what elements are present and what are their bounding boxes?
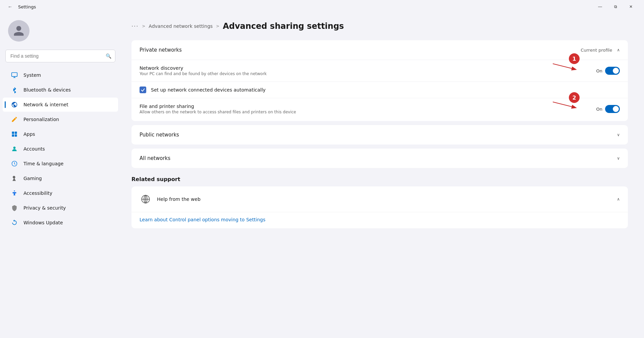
public-networks-chevron: ∨ xyxy=(617,132,620,137)
all-networks-title: All networks xyxy=(140,155,170,161)
sidebar-item-accessibility-label: Accessibility xyxy=(23,190,52,196)
sidebar-item-accounts[interactable]: Accounts xyxy=(3,142,118,156)
breadcrumb-dots: ··· xyxy=(131,23,139,30)
app-title: Settings xyxy=(18,4,36,9)
sidebar-item-system-label: System xyxy=(23,72,41,78)
public-networks-card: Public networks ∨ xyxy=(131,125,628,145)
file-sharing-toggle-label: On xyxy=(596,107,602,112)
auto-setup-label: Set up network connected devices automat… xyxy=(151,87,266,93)
accessibility-icon xyxy=(11,189,18,197)
learn-link[interactable]: Learn about Control panel options moving… xyxy=(131,212,628,227)
app-body: 🔍 System Bluetooth & devices Network & i… xyxy=(0,13,644,338)
sidebar-item-accessibility[interactable]: Accessibility xyxy=(3,186,118,200)
breadcrumb-parent[interactable]: Advanced network settings xyxy=(149,23,213,29)
file-sharing-toggle-area: 2 On xyxy=(596,105,620,113)
accounts-icon xyxy=(11,145,18,153)
network-discovery-title: Network discovery xyxy=(140,65,591,71)
annotation-arrow-2 xyxy=(553,100,580,110)
breadcrumb-sep-1: > xyxy=(142,24,145,29)
private-networks-title: Private networks xyxy=(140,47,182,53)
search-input[interactable] xyxy=(5,50,115,62)
update-icon xyxy=(11,219,18,226)
sidebar-item-apps-label: Apps xyxy=(23,131,35,137)
sidebar-item-apps[interactable]: Apps xyxy=(3,127,118,141)
user-icon xyxy=(13,25,25,37)
sidebar-item-privacy-label: Privacy & security xyxy=(23,205,66,211)
svg-rect-3 xyxy=(12,134,14,137)
sidebar-item-update[interactable]: Windows Update xyxy=(3,216,118,230)
apps-icon xyxy=(11,130,18,138)
public-networks-header[interactable]: Public networks ∨ xyxy=(131,125,628,145)
sidebar-item-privacy[interactable]: Privacy & security xyxy=(3,201,118,215)
close-button[interactable]: ✕ xyxy=(623,1,639,12)
svg-line-8 xyxy=(553,64,576,69)
sidebar-item-gaming[interactable]: Gaming xyxy=(3,171,118,185)
privacy-icon xyxy=(11,204,18,212)
sidebar-item-bluetooth[interactable]: Bluetooth & devices xyxy=(3,83,118,97)
help-from-web-header-inner: Help from the web xyxy=(140,193,201,205)
private-networks-header[interactable]: Private networks Current profile ∧ xyxy=(131,40,628,60)
sidebar-item-time-label: Time & language xyxy=(23,161,63,166)
time-icon xyxy=(11,160,18,167)
private-networks-header-right: Current profile ∧ xyxy=(581,48,620,53)
svg-rect-2 xyxy=(15,132,17,134)
sidebar-item-personalization-label: Personalization xyxy=(23,117,59,122)
file-sharing-title: File and printer sharing xyxy=(140,104,591,109)
svg-rect-0 xyxy=(12,73,17,77)
network-discovery-subtitle: Your PC can find and be found by other d… xyxy=(140,71,591,76)
sidebar-item-time[interactable]: Time & language xyxy=(3,157,118,171)
titlebar: ← Settings — ⧉ ✕ xyxy=(0,0,644,13)
sidebar-item-personalization[interactable]: Personalization xyxy=(3,112,118,126)
svg-line-9 xyxy=(553,102,576,108)
svg-rect-4 xyxy=(15,134,17,137)
system-icon xyxy=(11,71,18,79)
sidebar: 🔍 System Bluetooth & devices Network & i… xyxy=(0,13,121,338)
related-support-title: Related support xyxy=(131,176,628,182)
file-sharing-toggle[interactable] xyxy=(605,105,620,113)
network-discovery-toggle[interactable] xyxy=(605,67,620,75)
sidebar-item-network-label: Network & internet xyxy=(23,102,68,107)
current-profile-label: Current profile xyxy=(581,48,612,53)
network-discovery-row: Network discovery Your PC can find and b… xyxy=(131,60,628,81)
svg-point-5 xyxy=(13,147,16,149)
breadcrumb-sep-2: > xyxy=(216,24,219,29)
sidebar-item-network[interactable]: Network & internet xyxy=(3,98,118,112)
breadcrumb-current: Advanced sharing settings xyxy=(223,21,344,31)
window-controls: — ⧉ ✕ xyxy=(592,1,639,12)
private-networks-body: Network discovery Your PC can find and b… xyxy=(131,60,628,121)
svg-point-7 xyxy=(14,190,15,191)
back-button[interactable]: ← xyxy=(5,2,15,11)
bluetooth-icon xyxy=(11,86,18,94)
sidebar-item-gaming-label: Gaming xyxy=(23,176,42,181)
file-sharing-info: File and printer sharing Allow others on… xyxy=(140,104,591,114)
sidebar-item-update-label: Windows Update xyxy=(23,220,63,225)
search-box[interactable]: 🔍 xyxy=(5,50,115,62)
avatar xyxy=(8,20,30,42)
minimize-button[interactable]: — xyxy=(592,1,608,12)
breadcrumb: ··· > Advanced network settings > Advanc… xyxy=(131,21,628,31)
restore-button[interactable]: ⧉ xyxy=(608,1,623,12)
network-discovery-info: Network discovery Your PC can find and b… xyxy=(140,65,591,76)
file-sharing-row: File and printer sharing Allow others on… xyxy=(131,98,628,120)
gaming-icon xyxy=(11,175,18,182)
help-from-web-header[interactable]: Help from the web ∧ xyxy=(131,186,628,212)
auto-setup-row: Set up network connected devices automat… xyxy=(131,81,628,98)
sidebar-item-system[interactable]: System xyxy=(3,68,118,82)
network-icon xyxy=(11,101,18,108)
help-from-web-chevron: ∧ xyxy=(617,197,620,202)
all-networks-chevron: ∨ xyxy=(617,156,620,161)
globe-icon xyxy=(140,193,152,205)
sidebar-item-accounts-label: Accounts xyxy=(23,146,45,152)
private-networks-chevron: ∧ xyxy=(617,48,620,52)
network-discovery-toggle-container: On xyxy=(596,67,620,75)
all-networks-header[interactable]: All networks ∨ xyxy=(131,149,628,168)
help-from-web-title: Help from the web xyxy=(157,196,201,202)
annotation-arrow-1 xyxy=(553,62,580,72)
file-sharing-toggle-container: On xyxy=(596,105,620,113)
network-discovery-toggle-area: 1 On xyxy=(596,67,620,75)
auto-setup-checkbox[interactable] xyxy=(140,87,146,93)
svg-rect-1 xyxy=(12,132,14,134)
help-from-web-card: Help from the web ∧ Learn about Control … xyxy=(131,186,628,228)
search-icon: 🔍 xyxy=(106,53,111,59)
help-from-web-body: Learn about Control panel options moving… xyxy=(131,212,628,228)
